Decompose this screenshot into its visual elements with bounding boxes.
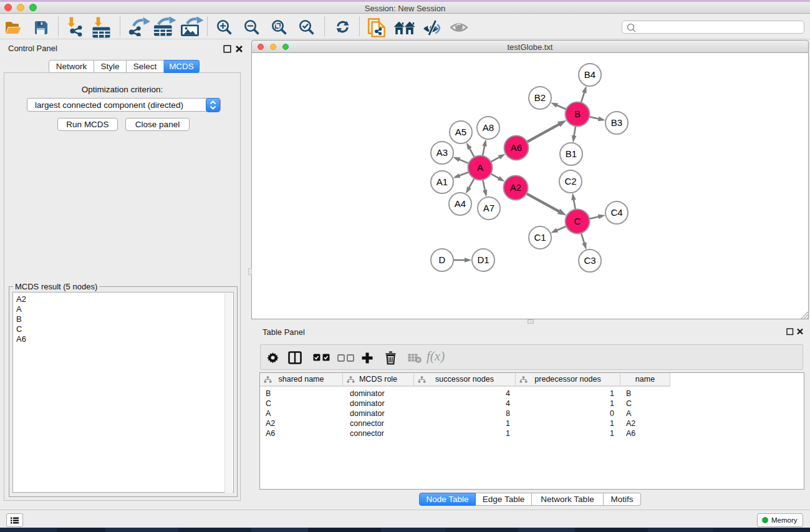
svg-text:A6: A6 — [511, 142, 522, 153]
svg-text:B4: B4 — [584, 69, 595, 80]
svg-text:D1: D1 — [477, 254, 489, 265]
svg-text:A2: A2 — [510, 182, 521, 193]
svg-text:A8: A8 — [483, 122, 494, 133]
svg-text:D: D — [439, 254, 446, 265]
svg-text:A3: A3 — [436, 147, 448, 158]
svg-text:A5: A5 — [455, 127, 466, 137]
svg-text:A4: A4 — [455, 198, 466, 209]
svg-text:B2: B2 — [534, 92, 546, 103]
svg-text:B: B — [574, 109, 581, 119]
svg-text:B1: B1 — [566, 148, 577, 159]
svg-text:A1: A1 — [436, 177, 448, 187]
svg-text:B3: B3 — [611, 117, 622, 128]
svg-text:C1: C1 — [534, 232, 546, 243]
svg-text:C: C — [574, 216, 581, 226]
svg-text:C3: C3 — [584, 255, 595, 266]
svg-text:C4: C4 — [610, 207, 622, 218]
svg-text:A7: A7 — [483, 203, 494, 213]
svg-text:A: A — [477, 162, 483, 173]
svg-text:C2: C2 — [564, 176, 576, 186]
